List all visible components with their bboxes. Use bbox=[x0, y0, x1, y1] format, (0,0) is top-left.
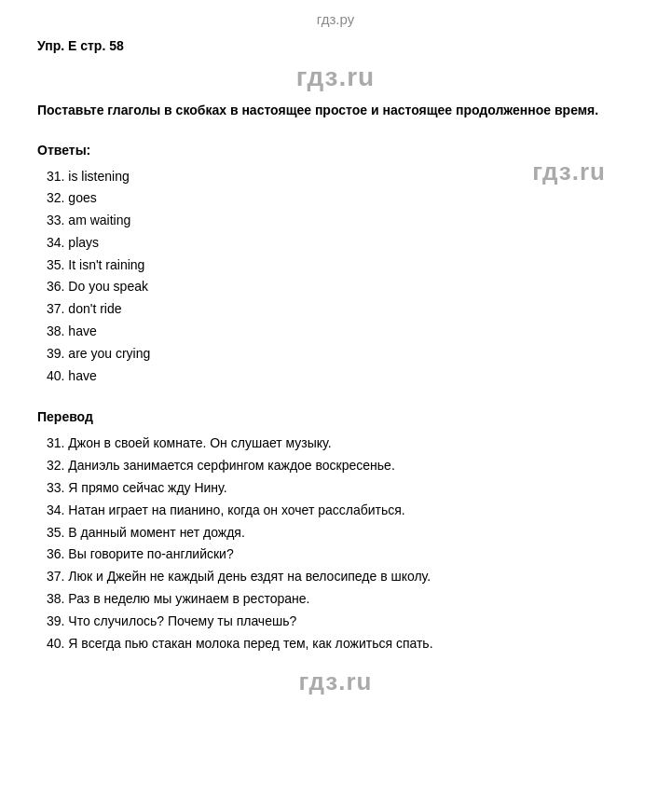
translation-list: 31. Джон в своей комнате. Он слушает муз… bbox=[37, 433, 634, 654]
answer-item-32: 32. goes bbox=[47, 187, 466, 210]
answer-item-33: 33. am waiting bbox=[47, 210, 466, 232]
answers-section-title: Ответы: bbox=[37, 141, 466, 160]
answer-item-37: 37. don't ride bbox=[47, 298, 466, 321]
watermark-mid1: гдз.ru bbox=[532, 154, 634, 190]
instruction: Поставьте глаголы в скобках в настоящее … bbox=[37, 101, 634, 120]
translation-item-31: 31. Джон в своей комнате. Он слушает муз… bbox=[47, 433, 634, 455]
answers-list: 31. is listening32. goes33. am waiting34… bbox=[37, 166, 466, 388]
translation-item-33: 33. Я прямо сейчас жду Нину. bbox=[47, 477, 634, 500]
answer-item-39: 39. are you crying bbox=[47, 343, 466, 365]
translation-title: Перевод bbox=[37, 407, 634, 427]
translation-item-32: 32. Даниэль занимается серфингом каждое … bbox=[47, 455, 634, 477]
translation-item-39: 39. Что случилось? Почему ты плачешь? bbox=[47, 611, 634, 633]
answer-item-38: 38. have bbox=[47, 321, 466, 343]
watermark-bottom: гдз.ru bbox=[37, 664, 634, 700]
answer-item-36: 36. Do you speak bbox=[47, 276, 466, 298]
answer-item-35: 35. It isn't raining bbox=[47, 255, 466, 277]
watermark-top: гдз.ру bbox=[37, 9, 634, 31]
translation-item-34: 34. Натан играет на пианино, когда он хо… bbox=[47, 500, 634, 522]
answer-item-31: 31. is listening bbox=[47, 166, 466, 188]
exercise-title: Упр. E стр. 58 bbox=[37, 36, 634, 56]
translation-section: Перевод 31. Джон в своей комнате. Он слу… bbox=[37, 407, 634, 654]
answer-item-34: 34. plays bbox=[47, 232, 466, 255]
translation-item-35: 35. В данный момент нет дождя. bbox=[47, 522, 634, 544]
translation-item-36: 36. Вы говорите по-английски? bbox=[47, 544, 634, 566]
watermark-large: гдз.ru bbox=[37, 58, 634, 97]
translation-item-37: 37. Люк и Джейн не каждый день ездят на … bbox=[47, 566, 634, 588]
translation-item-38: 38. Раз в неделю мы ужинаем в ресторане. bbox=[47, 588, 634, 611]
translation-item-40: 40. Я всегда пью стакан молока перед тем… bbox=[47, 633, 634, 655]
answer-item-40: 40. have bbox=[47, 365, 466, 388]
